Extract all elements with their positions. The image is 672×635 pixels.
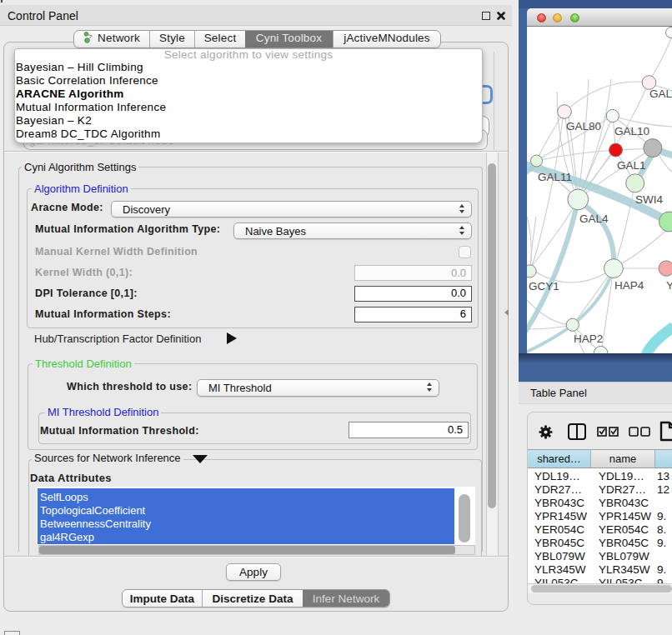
svg-text:GAL11: GAL11 <box>538 171 572 183</box>
svg-text:GAL7: GAL7 <box>649 88 672 100</box>
svg-text:HAP2: HAP2 <box>574 332 603 345</box>
svg-text:SWI4: SWI4 <box>635 193 663 206</box>
svg-text:HAP4: HAP4 <box>614 279 644 292</box>
svg-text:GAL10: GAL10 <box>614 125 649 138</box>
svg-text:GAL80: GAL80 <box>566 120 601 132</box>
svg-text:Y: Y <box>666 279 672 292</box>
svg-text:GAL1: GAL1 <box>617 159 646 172</box>
svg-text:GCY1: GCY1 <box>529 280 559 292</box>
svg-text:GAL4: GAL4 <box>579 212 609 225</box>
